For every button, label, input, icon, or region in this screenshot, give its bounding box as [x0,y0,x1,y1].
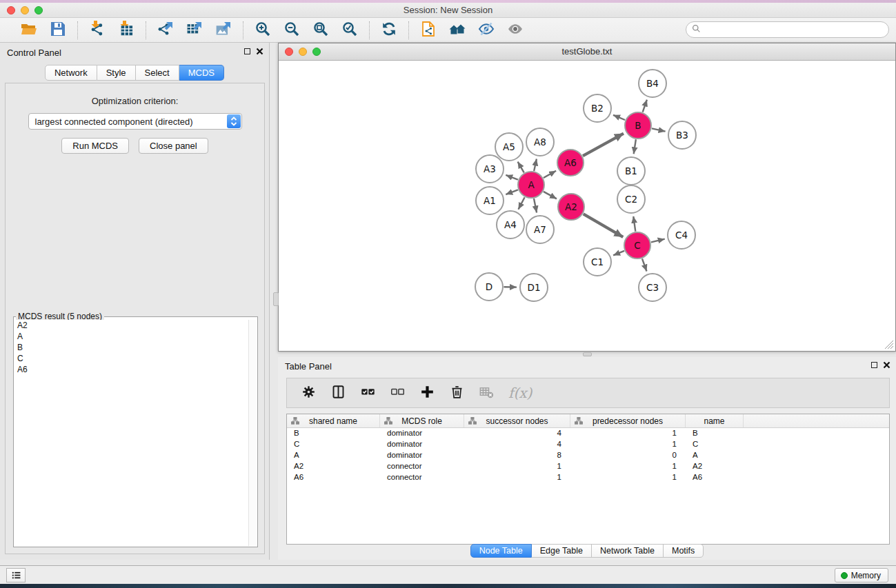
export-image-button[interactable] [214,21,233,40]
zoom-out-button[interactable] [282,21,301,40]
graph-edge-C-C4[interactable] [651,239,665,243]
mcds-result-item[interactable]: A [14,331,248,342]
table-settings-button[interactable] [299,384,317,402]
open-session-button[interactable] [19,21,39,40]
zoom-fit-content-button[interactable] [311,21,330,40]
graph-node-C2[interactable]: C2 [617,185,645,213]
graph-node-A[interactable]: A [518,172,544,198]
table-cell[interactable]: A6 [287,472,380,483]
table-cell[interactable]: 8 [464,450,570,461]
tab-edge-table[interactable]: Edge Table [532,544,592,558]
graph-edge-A6-B[interactable] [583,134,624,156]
table-row[interactable]: A6connector11A6 [287,472,889,483]
float-panel-icon[interactable] [244,48,250,54]
graph-node-A3[interactable]: A3 [476,155,504,183]
tab-style[interactable]: Style [97,65,136,81]
float-table-panel-icon[interactable] [871,362,877,368]
graph-node-D1[interactable]: D1 [520,274,548,301]
tab-network-table[interactable]: Network Table [592,544,664,558]
select-all-columns-button[interactable] [359,384,377,402]
mcds-result-item[interactable]: C [14,353,248,364]
mcds-result-item[interactable]: B [14,342,248,353]
memory-button[interactable]: Memory [835,568,888,582]
graph-node-A5[interactable]: A5 [495,133,523,161]
graph-edge-A-A1[interactable] [506,190,518,194]
graph-edge-A-A4[interactable] [519,197,525,210]
window-resize-grip[interactable] [884,340,894,349]
graph-edge-B-B2[interactable] [613,115,625,120]
result-scrollbar[interactable] [248,320,257,546]
graph-edge-B-B4[interactable] [643,100,647,112]
hide-selected-items-button[interactable] [477,21,496,40]
graph-node-C1[interactable]: C1 [584,248,611,276]
table-cell[interactable]: A2 [686,461,744,472]
column-header-MCDS-role[interactable]: MCDS role [380,414,464,427]
delete-columns-button[interactable] [448,384,466,402]
tab-motifs[interactable]: Motifs [664,544,704,558]
mcds-result-item[interactable]: A2 [14,320,248,331]
show-hidden-items-button[interactable] [506,21,525,40]
apply-preferred-layout-button[interactable] [379,21,399,40]
tab-select[interactable]: Select [136,65,179,81]
search-field[interactable] [686,21,889,38]
graph-edge-A-A6[interactable] [544,171,556,178]
table-cell[interactable]: C [287,439,380,450]
graph-node-B3[interactable]: B3 [668,121,696,149]
graph-node-B1[interactable]: B1 [617,157,645,185]
delete-table-button[interactable] [477,384,495,402]
table-cell[interactable]: A [287,450,380,461]
table-cell[interactable]: 0 [570,450,686,461]
search-input[interactable] [701,23,888,37]
graph-edge-A-A8[interactable] [534,159,537,171]
table-cell[interactable]: A2 [287,461,380,472]
table-row[interactable]: Cdominator41C [287,439,889,450]
table-cell[interactable]: dominator [380,450,464,461]
vertical-splitter-handle[interactable] [273,292,279,306]
graph-edge-C-C2[interactable] [633,216,635,232]
zoom-in-button[interactable] [253,21,272,40]
graph-node-C4[interactable]: C4 [668,221,695,249]
import-network-from-file-button[interactable] [88,21,107,40]
table-cell[interactable]: 4 [464,439,570,450]
column-header-shared-name[interactable]: shared name [287,414,380,427]
table-cell[interactable]: 1 [570,439,686,450]
table-cell[interactable]: 1 [570,461,686,472]
deselect-all-columns-button[interactable] [388,384,406,402]
table-cell[interactable]: 4 [464,428,570,439]
run-mcds-button[interactable]: Run MCDS [61,138,129,154]
graph-node-B[interactable]: B [625,112,651,139]
column-header-predecessor-nodes[interactable]: predecessor nodes [570,414,686,427]
table-row[interactable]: Bdominator41B [287,428,889,439]
table-cell[interactable]: 1 [464,472,570,483]
save-session-button[interactable] [48,21,68,40]
table-cell[interactable]: A6 [686,472,744,483]
graph-node-B4[interactable]: B4 [639,70,666,97]
tab-network[interactable]: Network [45,65,97,81]
new-network-from-selection-button[interactable] [419,21,438,40]
graph-node-B2[interactable]: B2 [584,94,611,122]
network-window-titlebar[interactable]: testGlobe.txt [279,43,895,61]
column-header-name[interactable]: name [686,414,744,427]
tab-mcds[interactable]: MCDS [179,65,224,81]
graph-edge-A-A3[interactable] [506,175,518,180]
graph-edge-B-B3[interactable] [652,128,666,131]
graph-node-A8[interactable]: A8 [526,128,554,156]
table-cell[interactable]: dominator [380,428,464,439]
graph-edge-B-B1[interactable] [634,139,636,154]
show-panels-button[interactable] [6,568,26,582]
graph-edge-C-C1[interactable] [613,251,624,256]
graph-node-C3[interactable]: C3 [639,274,666,301]
column-header-successor-nodes[interactable]: successor nodes [464,414,570,427]
graph-node-A1[interactable]: A1 [476,187,504,214]
table-row[interactable]: Adominator80A [287,450,889,461]
table-cell[interactable]: 1 [570,472,686,483]
graph-edge-A-A7[interactable] [534,199,537,212]
graph-node-D[interactable]: D [475,273,503,301]
graph-node-C[interactable]: C [624,232,650,258]
tab-node-table[interactable]: Node Table [470,544,532,558]
network-canvas[interactable]: B4B2BB3A8A5A6A3B1AC2A1A2A4A7C4CC1C3DD1 [279,61,895,351]
close-panel-button[interactable]: Close panel [139,138,208,154]
graph-edge-A-A5[interactable] [518,162,524,173]
table-row[interactable]: A2connector11A2 [287,461,889,472]
table-cell[interactable]: dominator [380,439,464,450]
